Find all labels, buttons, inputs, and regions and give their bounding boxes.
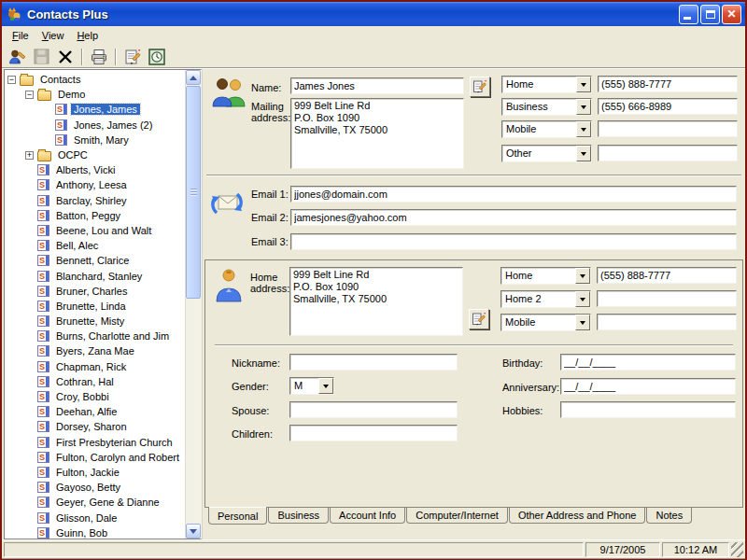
tree-item-label[interactable]: Guinn, Bob — [53, 527, 110, 539]
tree-item-label[interactable]: Chapman, Rick — [53, 361, 129, 372]
tab[interactable]: Account Info — [330, 508, 405, 524]
tree-item-label[interactable]: First Presbyterian Church — [53, 437, 176, 448]
tree-item-label[interactable]: Batton, Peggy — [53, 210, 123, 221]
dialer-button[interactable] — [146, 47, 168, 67]
tree-item[interactable]: Contacts — [5, 72, 185, 87]
tree-item-label[interactable]: Jones, James (2) — [71, 119, 155, 131]
tree-item-label[interactable]: Dorsey, Sharon — [53, 421, 130, 432]
tab[interactable]: Other Address and Phone — [509, 508, 646, 524]
phone-number-input[interactable] — [598, 98, 738, 115]
tree-item[interactable]: Alberts, Vicki — [5, 162, 185, 177]
tree-item[interactable]: Glisson, Dale — [5, 510, 185, 525]
birthday-input[interactable] — [560, 354, 736, 371]
tree-item-label[interactable]: Barclay, Shirley — [53, 195, 130, 206]
tab[interactable]: Computer/Internet — [406, 508, 508, 524]
save-button[interactable] — [30, 47, 52, 67]
phone-number-input[interactable] — [598, 120, 738, 137]
tree-item-label[interactable]: Smith, Mary — [71, 134, 132, 146]
tree-item-label[interactable]: Glisson, Dale — [53, 512, 120, 524]
phone-number-input[interactable] — [598, 145, 738, 161]
delete-button[interactable] — [54, 47, 77, 67]
tree-item[interactable]: Jones, James — [5, 102, 185, 117]
tree-item[interactable]: Dorsey, Sharon — [5, 419, 185, 434]
phone-type-dropdown[interactable]: Other — [501, 145, 592, 162]
tree-expander[interactable] — [7, 76, 16, 84]
phone-number-input[interactable] — [597, 314, 737, 330]
gender-dropdown[interactable]: M — [289, 377, 334, 395]
dropdown-button[interactable] — [318, 378, 333, 394]
tree-item[interactable]: Bruner, Charles — [5, 284, 185, 299]
tree-item[interactable]: Deehan, Alfie — [5, 404, 185, 419]
tree-item[interactable]: Barclay, Shirley — [5, 193, 185, 208]
dropdown-button[interactable] — [576, 146, 591, 161]
tree-item[interactable]: Geyer, Gene & Dianne — [5, 495, 185, 510]
tree-item[interactable]: Demo — [5, 87, 185, 102]
hobbies-input[interactable] — [560, 401, 736, 418]
nickname-input[interactable] — [289, 354, 458, 371]
resize-grip[interactable] — [731, 542, 743, 557]
edit-note-button[interactable] — [121, 47, 144, 67]
tree-item-label[interactable]: Deehan, Alfie — [53, 406, 120, 417]
phone-number-input[interactable] — [598, 76, 738, 92]
tab[interactable]: Business — [268, 508, 329, 524]
tree-item[interactable]: Beene, Lou and Walt — [5, 223, 185, 238]
tree-item-label[interactable]: Contacts — [37, 74, 83, 85]
phone-type-dropdown[interactable]: Mobile — [500, 314, 591, 331]
tree-item[interactable]: Cothran, Hal — [5, 374, 185, 389]
tree-item-label[interactable]: Brunette, Linda — [53, 301, 129, 312]
dropdown-button[interactable] — [575, 268, 590, 284]
dropdown-button[interactable] — [576, 99, 591, 115]
tree-item[interactable]: Bell, Alec — [5, 238, 185, 253]
tree-item[interactable]: Batton, Peggy — [5, 208, 185, 223]
scroll-up-button[interactable] — [186, 70, 201, 85]
tree-item[interactable]: Chapman, Rick — [5, 359, 185, 374]
menu-item[interactable]: View — [35, 28, 71, 43]
tree-item-label[interactable]: Brunette, Misty — [53, 315, 127, 327]
tree-item-label[interactable]: Demo — [55, 89, 88, 100]
email-input[interactable] — [290, 209, 737, 226]
close-button[interactable]: ✕ — [722, 5, 741, 24]
tree-item-label[interactable]: Fulton, Jackie — [53, 467, 122, 478]
tree-item-label[interactable]: Bruner, Charles — [53, 286, 130, 297]
tree-item[interactable]: Fulton, Carolyn and Robert — [5, 450, 185, 465]
email-input[interactable] — [290, 186, 737, 203]
tree-item-label[interactable]: Byers, Zana Mae — [53, 345, 137, 357]
tree-item-label[interactable]: Blanchard, Stanley — [53, 271, 145, 282]
dropdown-button[interactable] — [576, 121, 591, 137]
spouse-input[interactable] — [289, 401, 458, 418]
dropdown-button[interactable] — [576, 77, 591, 92]
menu-item[interactable]: File — [6, 28, 35, 43]
tree-item-label[interactable]: Cothran, Hal — [53, 376, 117, 387]
tree-item[interactable]: Byers, Zana Mae — [5, 343, 185, 358]
phone-type-dropdown[interactable]: Home — [501, 76, 592, 93]
name-input[interactable] — [290, 77, 464, 94]
menu-item[interactable]: Help — [70, 28, 105, 43]
email-input[interactable] — [290, 233, 737, 250]
tree-item-label[interactable]: Bell, Alec — [53, 240, 101, 251]
scroll-down-button[interactable] — [186, 524, 201, 539]
tab[interactable]: Notes — [646, 508, 692, 524]
tab[interactable]: Personal — [208, 507, 267, 525]
tree-item-label[interactable]: Croy, Bobbi — [53, 391, 112, 402]
tree-item-label[interactable]: Alberts, Vicki — [53, 164, 118, 175]
edit-home-address-button[interactable] — [469, 309, 489, 329]
new-contact-button[interactable] — [6, 47, 28, 67]
tree-item[interactable]: OCPC — [5, 147, 185, 162]
tree-item-label[interactable]: Anthony, Leesa — [53, 179, 130, 190]
tree-item-label[interactable]: Jones, James — [71, 104, 140, 115]
edit-name-button[interactable] — [470, 77, 490, 97]
tree-item[interactable]: Brunette, Misty — [5, 314, 185, 329]
title-bar[interactable]: Contacts Plus ✕ — [2, 2, 745, 26]
phone-type-dropdown[interactable]: Home — [500, 267, 591, 285]
tree-item[interactable]: Anthony, Leesa — [5, 177, 185, 192]
tree-item[interactable]: Gayoso, Betty — [5, 480, 185, 495]
dropdown-button[interactable] — [575, 291, 590, 307]
phone-number-input[interactable] — [597, 290, 737, 307]
home-address-input[interactable]: 999 Belt Line Rd P.O. Box 1090 Smallvill… — [289, 267, 463, 336]
tree-item-label[interactable]: Fulton, Carolyn and Robert — [53, 452, 182, 463]
tree-item[interactable]: Bennett, Clarice — [5, 253, 185, 268]
anniversary-input[interactable] — [560, 378, 736, 395]
tree-item[interactable]: First Presbyterian Church — [5, 435, 185, 450]
mailing-address-input[interactable]: 999 Belt Line Rd P.O. Box 1090 Smallvill… — [290, 98, 464, 169]
tree-item-label[interactable]: Gayoso, Betty — [53, 482, 123, 493]
